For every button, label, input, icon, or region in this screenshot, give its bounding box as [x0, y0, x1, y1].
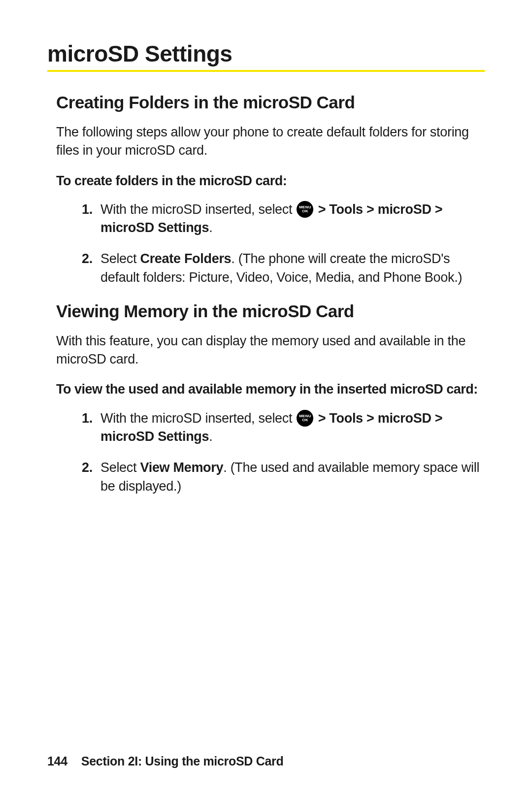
- step-text: Select: [100, 460, 140, 475]
- step-item: With the microSD inserted, select MENUOK…: [82, 409, 481, 446]
- page-footer: 144Section 2I: Using the microSD Card: [47, 754, 284, 768]
- steps-list: With the microSD inserted, select MENUOK…: [82, 200, 481, 287]
- page-number: 144: [47, 754, 67, 768]
- step-text: .: [209, 429, 212, 444]
- section-heading-view-memory: Viewing Memory in the microSD Card: [56, 301, 485, 321]
- section-label: Section 2I: Using the microSD Card: [81, 754, 284, 768]
- step-text-bold: View Memory: [140, 460, 223, 475]
- step-text: .: [209, 220, 212, 235]
- step-text: With the microSD inserted, select: [100, 411, 296, 426]
- step-text: With the microSD inserted, select: [100, 202, 296, 217]
- step-text: Select: [100, 251, 140, 266]
- intro-paragraph: The following steps allow your phone to …: [56, 123, 480, 160]
- section-heading-create-folders: Creating Folders in the microSD Card: [56, 93, 485, 112]
- intro-paragraph: With this feature, you can display the m…: [56, 332, 480, 369]
- step-item: Select View Memory. (The used and availa…: [82, 459, 481, 496]
- procedure-lead: To create folders in the microSD card:: [56, 172, 485, 190]
- steps-list: With the microSD inserted, select MENUOK…: [82, 409, 481, 496]
- menu-ok-icon: MENUOK: [297, 201, 313, 218]
- procedure-lead: To view the used and available memory in…: [56, 380, 485, 398]
- page-title: microSD Settings: [47, 40, 485, 67]
- step-text-bold: Create Folders: [140, 251, 231, 266]
- step-item: Select Create Folders. (The phone will c…: [82, 250, 481, 287]
- menu-ok-icon: MENUOK: [297, 410, 313, 427]
- title-underline: [47, 70, 485, 72]
- manual-page: microSD Settings Creating Folders in the…: [0, 0, 532, 798]
- step-item: With the microSD inserted, select MENUOK…: [82, 200, 481, 237]
